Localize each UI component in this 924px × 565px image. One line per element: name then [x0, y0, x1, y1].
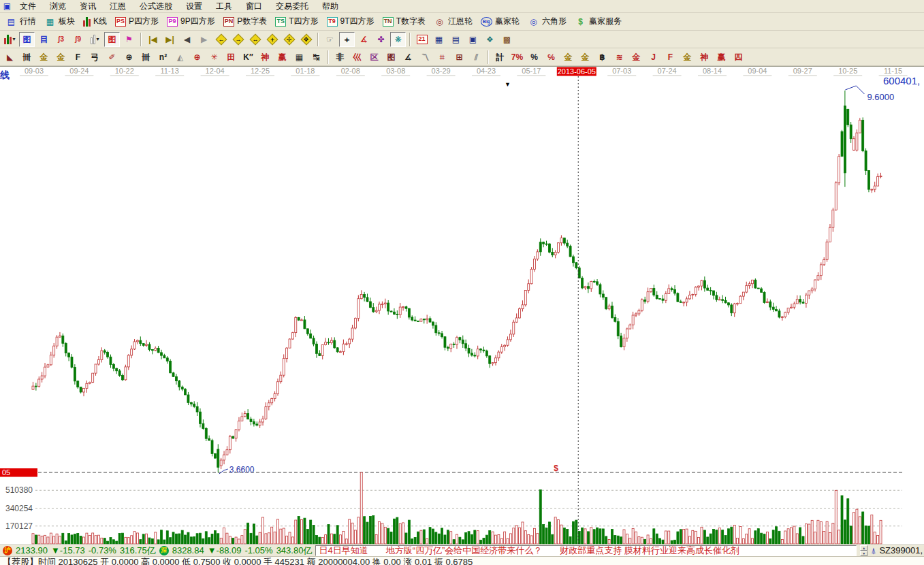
toolbar-button-p-number-table[interactable]: PNP数字表 — [219, 14, 272, 29]
toolbar-button-remote-service[interactable]: ▩ — [499, 32, 515, 47]
toolbar-button-hash-red[interactable]: ⌗ — [434, 50, 450, 65]
toolbar-button-pattern-red[interactable]: 图 — [104, 32, 120, 47]
toolbar-button-grid-123[interactable]: ▦ — [291, 50, 307, 65]
toolbar-button-grid-red[interactable]: ⊞ — [451, 50, 467, 65]
toolbar-button-p-square[interactable]: PSP四方形 — [111, 14, 163, 29]
toolbar-button-tick-tool[interactable]: 卌 — [138, 50, 154, 65]
menu-item-window[interactable]: 窗口 — [239, 0, 269, 12]
scroll-down-button[interactable]: ▼ — [860, 551, 867, 556]
toolbar-button-bow-tool[interactable]: 弓 — [87, 50, 103, 65]
toolbar-button-shen-angle[interactable]: 神 — [697, 50, 712, 65]
toolbar-button-gann-line-tool[interactable]: ◣ — [2, 50, 18, 65]
toolbar-button-candle-style-dropdown[interactable]: ▾ — [87, 32, 103, 47]
date-tick-highlighted[interactable]: 2013-06-05 — [558, 67, 596, 76]
toolbar-button-k-quote[interactable]: K″ — [240, 50, 256, 65]
toolbar-button-winner-wheel[interactable]: Big赢家轮 — [477, 14, 524, 29]
toolbar-button-winner-service[interactable]: $赢家服务 — [571, 14, 626, 29]
toolbar-button-shift-right[interactable]: → — [230, 32, 246, 47]
toolbar-button-bars-9[interactable]: ʃ9 — [70, 32, 86, 47]
toolbar-button-crosshair-tool[interactable]: ＋ — [339, 32, 355, 47]
menu-item-settings[interactable]: 设置 — [179, 0, 209, 12]
toolbar-button-save[interactable]: ▣ — [465, 32, 481, 47]
scroll-up-button[interactable]: ▲ — [860, 545, 867, 551]
toolbar-button-n-square[interactable]: n² — [155, 50, 171, 65]
toolbar-button-j-angle[interactable]: J — [646, 50, 661, 65]
toolbar-button-angle-measure-tool[interactable]: ∡ — [356, 32, 372, 47]
toolbar-button-web-tool[interactable]: ✳ — [206, 50, 222, 65]
toolbar-button-bars-3[interactable]: ʃ3 — [53, 32, 69, 47]
toolbar-button-gold-circle[interactable]: 金 — [560, 50, 576, 65]
toolbar-button-hand-tool[interactable]: ☞ — [322, 32, 338, 47]
toolbar-button-info-panel[interactable]: 目 — [36, 32, 52, 47]
kline-chart-svg[interactable]: 51038034025417012709-0309-2410-2211-1312… — [0, 67, 924, 545]
toolbar-button-red-grid[interactable]: 田 — [223, 50, 239, 65]
toolbar-button-fei-tool[interactable]: 非 — [332, 50, 348, 65]
menu-item-news[interactable]: 资讯 — [73, 0, 103, 12]
toolbar-button-notes[interactable]: ▤ — [448, 32, 464, 47]
toolbar-button-grid-tool[interactable]: 卌 — [19, 50, 35, 65]
toolbar-button-expand-horizontal[interactable]: ↔ — [247, 32, 263, 47]
toolbar-button-slashes[interactable]: ⫽ — [468, 50, 484, 65]
toolbar-button-flag[interactable]: ⚑ — [121, 32, 137, 47]
toolbar-button-calculator[interactable]: ▦ — [431, 32, 447, 47]
toolbar-button-box-purple[interactable]: 区 — [366, 50, 382, 65]
toolbar-button-shift-left[interactable]: ← — [213, 32, 229, 47]
toolbar-button-gold-angle[interactable]: 金 — [680, 50, 695, 65]
toolbar-button-expand-vertical[interactable]: ✢ — [281, 32, 297, 47]
menu-item-tools[interactable]: 工具 — [209, 0, 239, 12]
toolbar-button-meter-tool[interactable]: 計 — [492, 50, 508, 65]
toolbar-button-b-tool[interactable]: ฿ — [594, 50, 610, 65]
news-ticker[interactable]: 日4日早知道 地方版“四万亿”会给中国经济带来什么？ 财政部重点支持 膜材料行业… — [315, 545, 857, 556]
toolbar-button-angle-gray[interactable]: ◭ — [172, 50, 188, 65]
toolbar-button-circle-45[interactable]: ⊕ — [121, 50, 137, 65]
toolbar-button-kline[interactable]: K线 — [79, 14, 111, 29]
toolbar-button-sectors[interactable]: ▦板块 — [40, 14, 79, 29]
menu-item-file[interactable]: 文件 — [13, 0, 43, 12]
toolbar-button-wave-red[interactable]: ≋ — [611, 50, 627, 65]
toolbar-button-si-angle[interactable]: 四 — [731, 50, 746, 65]
toolbar-button-kline-period-dropdown[interactable]: ▾ — [2, 32, 18, 47]
toolbar-button-last-bar[interactable]: ▶| — [162, 32, 178, 47]
toolbar-button-quotes[interactable]: ▤行情 — [1, 14, 40, 29]
toolbar-button-pct[interactable]: % — [526, 50, 542, 65]
toolbar-button-angle-2[interactable]: ∡ — [400, 50, 416, 65]
kline-chart-region[interactable]: 51038034025417012709-0309-2410-2211-1312… — [0, 66, 924, 545]
toolbar-button-width-tool[interactable]: ↹ — [308, 50, 324, 65]
toolbar-button-smart-analysis[interactable]: ❋ — [390, 32, 406, 47]
toolbar-button-pattern-blue[interactable]: 图 — [19, 32, 35, 47]
menu-item-gann[interactable]: 江恩 — [103, 0, 133, 12]
toolbar-button-pen-tool[interactable]: ✐ — [104, 50, 120, 65]
toolbar-button-next-bar[interactable]: ▶ — [196, 32, 212, 47]
toolbar-button-9t-square[interactable]: T99T四方形 — [323, 14, 379, 29]
toolbar-button-f-angle[interactable]: F — [663, 50, 678, 65]
toolbar-button-fan-red[interactable]: 巛 — [349, 50, 365, 65]
toolbar-button-calendar[interactable]: 21 — [414, 32, 430, 47]
toolbar-button-ying-angle[interactable]: 赢 — [714, 50, 729, 65]
toolbar-button-zoom-cross[interactable]: ＋ — [264, 32, 280, 47]
toolbar-button-expand-all[interactable]: ✥ — [298, 32, 314, 47]
toolbar-button-9p-square[interactable]: P99P四方形 — [163, 14, 219, 29]
toolbar-button-box-dark[interactable]: 图 — [383, 50, 399, 65]
toolbar-button-market-tools[interactable]: ❖ — [482, 32, 498, 47]
toolbar-button-hexagon[interactable]: ◎六角形 — [524, 14, 571, 29]
toolbar-button-target-red[interactable]: ⊕ — [189, 50, 205, 65]
toolbar-button-f-tool[interactable]: F — [70, 50, 86, 65]
toolbar-button-shen-tool[interactable]: 神 — [257, 50, 273, 65]
toolbar-button-gann-tool-purple[interactable]: ✤ — [373, 32, 389, 47]
menu-item-help[interactable]: 帮助 — [315, 0, 345, 12]
toolbar-button-t-square[interactable]: TST四方形 — [271, 14, 322, 29]
menu-item-trade-order[interactable]: 交易委托 — [269, 0, 315, 12]
toolbar-button-gold-lines[interactable]: 金 — [577, 50, 593, 65]
menu-item-formula-select[interactable]: 公式选股 — [133, 0, 179, 12]
toolbar-button-t-number-table[interactable]: TNT数字表 — [379, 14, 430, 29]
toolbar-button-pct-7[interactable]: 7% — [509, 50, 525, 65]
toolbar-button-gold-red[interactable]: 金 — [628, 50, 644, 65]
menu-item-browse[interactable]: 浏览 — [43, 0, 73, 12]
toolbar-button-ying-tool[interactable]: 赢 — [274, 50, 290, 65]
toolbar-button-pct-red[interactable]: ℅ — [543, 50, 559, 65]
toolbar-button-prev-bar[interactable]: ◀ — [179, 32, 195, 47]
toolbar-button-gann-wheel[interactable]: ◎江恩轮 — [430, 14, 477, 29]
toolbar-button-gold-grid-2[interactable]: 金 — [53, 50, 69, 65]
toolbar-button-first-bar[interactable]: |◀ — [145, 32, 161, 47]
toolbar-button-zigzag[interactable]: 〽 — [417, 50, 433, 65]
